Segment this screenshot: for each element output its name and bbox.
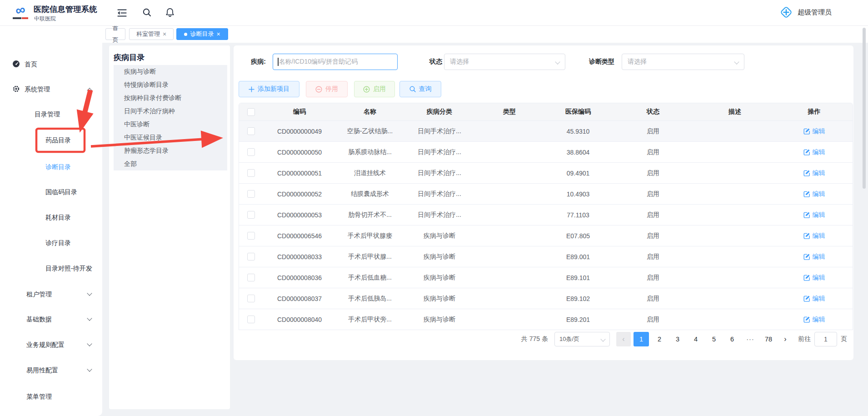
bell-icon[interactable] xyxy=(166,8,174,17)
sidebar-item-catalog-management[interactable]: 目录管理 xyxy=(0,105,102,123)
row-checkbox[interactable] xyxy=(247,232,255,240)
sidebar-item-menu-management[interactable]: 菜单管理 xyxy=(0,387,102,406)
cell-name: 空肠-乙状结肠... xyxy=(336,121,404,141)
sidebar-item-national-code-catalog[interactable]: 国临码目录 xyxy=(0,183,102,201)
catalog-item[interactable]: 疾病与诊断 xyxy=(114,65,227,78)
edit-button[interactable]: 编辑 xyxy=(803,274,825,282)
cell-type xyxy=(475,121,544,141)
sidebar-item-business-rules[interactable]: 业务规则配置 xyxy=(0,336,102,354)
edit-button[interactable]: 编辑 xyxy=(803,295,825,303)
tab-home[interactable]: 首页 xyxy=(105,28,125,40)
catalog-item[interactable]: 全部 xyxy=(114,157,227,170)
search-icon xyxy=(409,86,416,92)
app-root: ∞ 医院信息管理系统 中联医院 超级管理员 首页 xyxy=(0,0,868,416)
edit-button[interactable]: 编辑 xyxy=(803,148,825,156)
cell-name: 肠系膜动脉结... xyxy=(336,142,404,162)
page-ellipsis[interactable]: ··· xyxy=(743,332,758,346)
sidebar-item-notice[interactable]: 通知公告 xyxy=(0,413,102,416)
page-button-5[interactable]: 5 xyxy=(706,332,722,346)
page-jump-input[interactable] xyxy=(814,332,837,346)
sidebar-item-label: 基础数据 xyxy=(26,310,52,328)
row-checkbox[interactable] xyxy=(247,148,255,156)
row-checkbox[interactable] xyxy=(247,169,255,177)
disease-search-input[interactable]: 名称/ICD10编码/拼音助记码 xyxy=(273,54,398,70)
cell-description xyxy=(694,121,776,141)
edit-button[interactable]: 编辑 xyxy=(803,211,825,219)
column-header: 描述 xyxy=(694,103,776,120)
edit-button[interactable]: 编辑 xyxy=(803,232,825,240)
prev-page-button[interactable]: ‹ xyxy=(616,332,631,346)
close-tab-icon[interactable]: × xyxy=(163,31,166,37)
table-body: CD0000000049 空肠-乙状结肠... 日间手术治疗... 45.931… xyxy=(239,121,853,330)
chevron-down-icon xyxy=(600,336,605,341)
table-row: CD0000008037 手术后低胰岛... 疾病与诊断 E89.102 启用 … xyxy=(239,288,853,309)
gear-icon xyxy=(12,85,20,93)
cell-description xyxy=(694,288,776,309)
status-select[interactable]: 请选择 xyxy=(444,54,565,70)
edit-button[interactable]: 编辑 xyxy=(803,169,825,177)
edit-button[interactable]: 编辑 xyxy=(803,127,825,135)
page-button-2[interactable]: 2 xyxy=(652,332,667,346)
catalog-item[interactable]: 特慢病诊断目录 xyxy=(114,78,227,91)
row-checkbox[interactable] xyxy=(247,211,255,219)
cell-insurance-code: E07.805 xyxy=(544,226,612,246)
table-header-row: 编码 名称 疾病分类 类型 医保编码 状态 描述 操作 xyxy=(239,103,853,121)
sidebar-item-consumable-catalog[interactable]: 耗材目录 xyxy=(0,208,102,226)
catalog-item[interactable]: 日间手术治疗病种 xyxy=(114,105,227,118)
cell-status: 启用 xyxy=(612,184,694,204)
row-checkbox[interactable] xyxy=(247,295,255,302)
tab-diagnosis-catalog[interactable]: 诊断目录 × xyxy=(176,28,228,40)
enable-button[interactable]: 启用 xyxy=(354,81,395,97)
sidebar-item-home[interactable]: 首页 xyxy=(0,55,102,73)
page-size-select[interactable]: 10条/页 xyxy=(554,332,610,346)
page-button-4[interactable]: 4 xyxy=(688,332,703,346)
sidebar-item-basic-data[interactable]: 基础数据 xyxy=(0,310,102,328)
disable-button[interactable]: 停用 xyxy=(306,81,348,97)
page-list: ‹ 123456···78 › xyxy=(616,332,792,346)
tab-department-management[interactable]: 科室管理 × xyxy=(129,28,174,40)
user-menu[interactable]: 超级管理员 xyxy=(779,5,832,19)
row-checkbox[interactable] xyxy=(247,253,255,261)
query-button[interactable]: 查询 xyxy=(399,81,441,97)
edit-button[interactable]: 编辑 xyxy=(803,190,825,198)
next-page-button[interactable]: › xyxy=(779,332,792,346)
catalog-item[interactable]: 中医证候目录 xyxy=(114,131,227,144)
catalog-item[interactable]: 肿瘤形态学目录 xyxy=(114,144,227,157)
page-button-1[interactable]: 1 xyxy=(634,332,649,346)
close-tab-icon[interactable]: × xyxy=(216,31,220,37)
sidebar-item-system-management[interactable]: 系统管理 xyxy=(0,80,102,98)
row-checkbox[interactable] xyxy=(247,190,255,198)
cell-name: 手术后低血糖... xyxy=(336,267,404,288)
cell-description xyxy=(694,205,776,225)
edit-button[interactable]: 编辑 xyxy=(803,253,825,261)
catalog-type-list: 疾病与诊断 特慢病诊断目录 按病种目录付费诊断 日间手术治疗病种 中医诊断 中医… xyxy=(114,65,227,170)
edit-button[interactable]: 编辑 xyxy=(803,316,825,324)
edit-label: 编辑 xyxy=(813,316,825,324)
add-item-button[interactable]: 添加新项目 xyxy=(239,81,299,97)
catalog-item[interactable]: 按病种目录付费诊断 xyxy=(114,91,227,105)
select-all-checkbox[interactable] xyxy=(247,108,255,116)
catalog-item[interactable]: 中医诊断 xyxy=(114,118,227,131)
row-checkbox[interactable] xyxy=(247,127,255,135)
sidebar-item-diagnosis-catalog[interactable]: 诊断目录 xyxy=(0,158,102,176)
column-header: 疾病分类 xyxy=(404,103,475,120)
sidebar-item-treatment-catalog[interactable]: 诊疗目录 xyxy=(0,234,102,252)
sidebar-item-usability-config[interactable]: 易用性配置 xyxy=(0,361,102,379)
page-button-78[interactable]: 78 xyxy=(761,332,776,346)
page-button-3[interactable]: 3 xyxy=(670,332,685,346)
sidebar-item-tenant-management[interactable]: 租户管理 xyxy=(0,285,102,303)
sidebar-item-drug-catalog[interactable]: 药品目录 xyxy=(0,131,102,149)
tab-label: 诊断目录 xyxy=(190,28,214,40)
sidebar-item-label: 首页 xyxy=(25,55,37,73)
sidebar-fold-icon[interactable] xyxy=(117,9,127,17)
row-checkbox[interactable] xyxy=(247,316,255,323)
cell-disease-category: 疾病与诊断 xyxy=(404,226,475,246)
input-placeholder: 名称/ICD10编码/拼音助记码 xyxy=(279,58,358,66)
sidebar-item-catalog-mapping[interactable]: 目录对照-待开发 xyxy=(0,259,102,277)
vertical-scrollbar[interactable] xyxy=(863,28,866,189)
search-icon[interactable] xyxy=(143,8,151,17)
row-checkbox[interactable] xyxy=(247,274,255,281)
diagnosis-type-select[interactable]: 请选择 xyxy=(622,54,744,70)
page-button-6[interactable]: 6 xyxy=(724,332,740,346)
edit-icon xyxy=(803,128,810,135)
